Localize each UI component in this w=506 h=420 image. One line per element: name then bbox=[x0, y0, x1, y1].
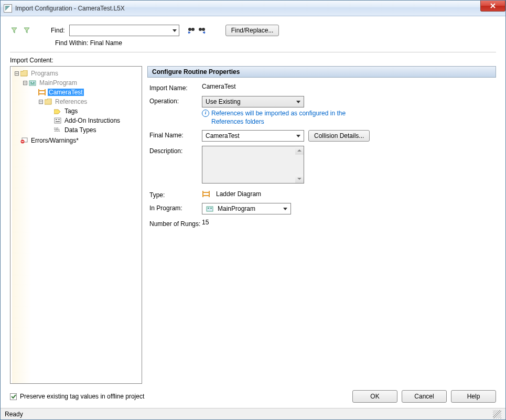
svg-rect-26 bbox=[208, 208, 209, 209]
svg-rect-8 bbox=[38, 89, 39, 95]
svg-rect-4 bbox=[29, 81, 36, 85]
svg-rect-5 bbox=[30, 82, 32, 83]
props-panel: Configure Routine Properties Import Name… bbox=[147, 66, 496, 384]
main-area: ⊟ Programs ⊟ MainProgram bbox=[10, 66, 496, 384]
svg-rect-6 bbox=[33, 82, 35, 83]
svg-rect-11 bbox=[38, 93, 46, 94]
collision-details-button[interactable]: Collision Details... bbox=[308, 130, 370, 142]
tree-label: Tags bbox=[63, 107, 79, 115]
app-icon bbox=[4, 4, 12, 13]
tree-cameratest[interactable]: CameraTest bbox=[12, 88, 141, 97]
check-icon bbox=[11, 394, 16, 399]
svg-rect-27 bbox=[210, 208, 212, 209]
svg-rect-21 bbox=[202, 191, 203, 197]
import-config-window: Import Configuration - CameraTest.L5X Fi… bbox=[0, 0, 506, 420]
tree-mainprogram[interactable]: ⊟ MainProgram bbox=[12, 78, 141, 88]
filter-next-icon[interactable] bbox=[23, 26, 31, 35]
svg-rect-7 bbox=[30, 83, 35, 84]
in-program-dropdown[interactable]: MainProgram bbox=[202, 203, 291, 214]
tag-icon bbox=[53, 107, 62, 115]
error-icon bbox=[20, 136, 28, 145]
tree-label: CameraTest bbox=[48, 89, 84, 96]
chevron-down-icon bbox=[296, 101, 300, 103]
svg-rect-23 bbox=[202, 192, 210, 193]
find-next-icon[interactable] bbox=[197, 26, 207, 35]
scroll-down-button[interactable] bbox=[295, 175, 304, 183]
titlebar: Import Configuration - CameraTest.L5X bbox=[1, 1, 505, 16]
chevron-down-icon bbox=[296, 135, 300, 137]
ok-button[interactable]: OK bbox=[352, 390, 397, 403]
statusbar: Ready bbox=[1, 408, 505, 419]
props-body: Import Name: CameraTest Operation: Use E… bbox=[147, 78, 496, 238]
svg-point-0 bbox=[188, 28, 191, 31]
type-row: Type: Ladder Diagram bbox=[149, 190, 494, 199]
svg-rect-10 bbox=[38, 90, 46, 91]
find-within-label: Find Within: Final Name bbox=[55, 39, 496, 47]
operation-label: Operation: bbox=[149, 96, 202, 105]
in-program-row: In Program: MainProgram bbox=[149, 203, 494, 214]
find-row: Find: Find/Replace... bbox=[10, 25, 496, 36]
type-value: Ladder Diagram bbox=[216, 190, 261, 198]
ladder-icon bbox=[38, 88, 46, 96]
svg-rect-22 bbox=[209, 191, 210, 197]
tree-label: Programs bbox=[30, 70, 59, 77]
tree-tags[interactable]: Tags bbox=[12, 106, 141, 116]
tree-panel[interactable]: ⊟ Programs ⊟ MainProgram bbox=[10, 66, 142, 384]
preserve-checkbox-wrap[interactable]: Preserve existing tag values in offline … bbox=[10, 393, 144, 400]
find-replace-button[interactable]: Find/Replace... bbox=[225, 25, 279, 36]
final-name-value: CameraTest bbox=[206, 132, 240, 139]
type-label: Type: bbox=[149, 190, 202, 199]
tree-label: Errors/Warnings* bbox=[30, 137, 80, 144]
find-prev-icon[interactable] bbox=[187, 26, 196, 35]
import-name-value: CameraTest bbox=[202, 83, 494, 90]
rungs-row: Number of Rungs: 15 bbox=[149, 219, 494, 228]
tree-label: Data Types bbox=[63, 126, 97, 134]
tree-label: Add-On Instructions bbox=[63, 117, 121, 124]
addon-icon bbox=[53, 116, 62, 125]
folder-icon bbox=[20, 69, 28, 78]
svg-point-3 bbox=[202, 28, 205, 31]
program-icon bbox=[28, 79, 37, 87]
datatype-icon: 101010 bbox=[53, 126, 62, 134]
tree-errors[interactable]: Errors/Warnings* bbox=[12, 136, 141, 145]
final-name-dropdown[interactable]: CameraTest bbox=[202, 130, 304, 142]
props-header: Configure Routine Properties bbox=[147, 66, 496, 78]
tree-addon[interactable]: Add-On Instructions bbox=[12, 116, 141, 125]
svg-rect-25 bbox=[207, 207, 213, 211]
tree-references[interactable]: ⊟ References bbox=[12, 97, 141, 106]
tree-datatypes[interactable]: 101010 Data Types bbox=[12, 125, 141, 135]
close-button[interactable] bbox=[480, 1, 505, 12]
program-icon bbox=[206, 204, 214, 213]
description-textarea[interactable] bbox=[202, 146, 304, 184]
operation-row: Operation: Use Existing bbox=[149, 96, 494, 107]
preserve-checkbox[interactable] bbox=[10, 393, 17, 400]
import-content-label: Import Content: bbox=[10, 57, 496, 64]
collapse-icon[interactable]: ⊟ bbox=[38, 98, 44, 105]
find-combo[interactable] bbox=[69, 25, 179, 36]
help-button[interactable]: Help bbox=[451, 390, 496, 403]
filter-prev-icon[interactable] bbox=[10, 26, 18, 35]
collapse-icon[interactable]: ⊟ bbox=[14, 70, 20, 77]
divider bbox=[10, 52, 496, 52]
svg-rect-12 bbox=[55, 118, 61, 123]
import-name-label: Import Name: bbox=[149, 83, 202, 92]
content-area: Find: Find/Replace... Find Within: Final… bbox=[1, 16, 505, 408]
footer-row: Preserve existing tag values in offline … bbox=[10, 384, 496, 408]
footer-buttons: OK Cancel Help bbox=[352, 390, 496, 403]
svg-text:010: 010 bbox=[54, 127, 59, 130]
svg-rect-14 bbox=[58, 119, 60, 120]
info-text: i References will be imported as configu… bbox=[202, 110, 359, 126]
svg-rect-13 bbox=[56, 119, 57, 120]
svg-rect-9 bbox=[45, 89, 46, 95]
scroll-up-button[interactable] bbox=[295, 146, 304, 155]
tree-programs[interactable]: ⊟ Programs bbox=[12, 69, 141, 78]
import-name-row: Import Name: CameraTest bbox=[149, 83, 494, 92]
resize-grip[interactable] bbox=[493, 410, 501, 418]
operation-dropdown[interactable]: Use Existing bbox=[202, 96, 304, 107]
binoc-group bbox=[187, 26, 207, 35]
rungs-value: 15 bbox=[202, 219, 494, 226]
collapse-icon[interactable]: ⊟ bbox=[22, 79, 28, 87]
description-label: Description: bbox=[149, 146, 202, 155]
cancel-button[interactable]: Cancel bbox=[402, 390, 447, 403]
final-name-label: Final Name: bbox=[149, 130, 202, 139]
